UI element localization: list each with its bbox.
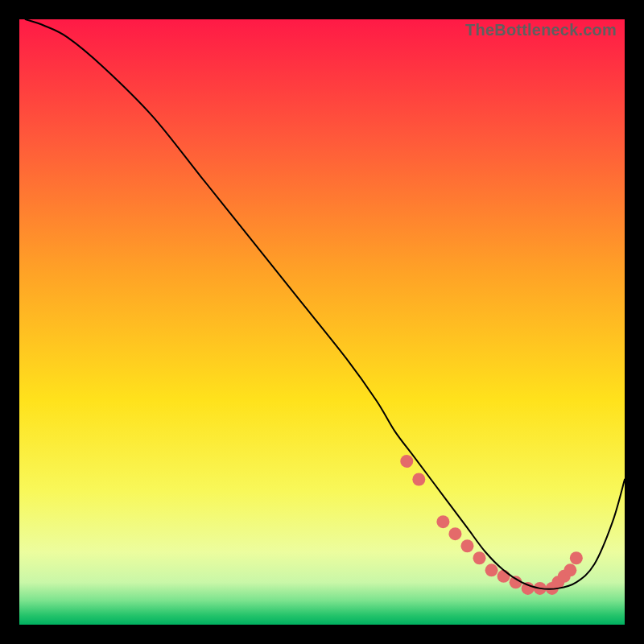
data-marker bbox=[570, 551, 583, 564]
bottleneck-chart bbox=[19, 19, 625, 625]
watermark-label: TheBottleneck.com bbox=[465, 21, 617, 39]
data-marker bbox=[564, 564, 576, 576]
data-marker bbox=[400, 455, 413, 468]
gradient-background bbox=[19, 19, 625, 625]
data-marker bbox=[412, 473, 425, 486]
data-marker bbox=[497, 570, 510, 583]
chart-frame: TheBottleneck.com bbox=[19, 19, 625, 625]
data-marker bbox=[473, 551, 486, 564]
data-marker bbox=[485, 564, 498, 576]
data-marker bbox=[448, 527, 461, 540]
data-marker bbox=[436, 515, 449, 528]
data-marker bbox=[460, 539, 473, 552]
